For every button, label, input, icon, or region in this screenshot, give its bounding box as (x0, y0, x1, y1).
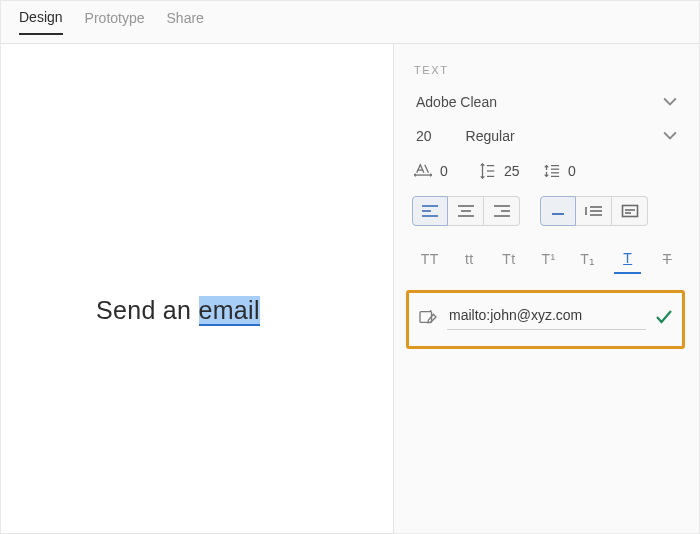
paragraph-spacing-icon (542, 162, 560, 180)
spacing-row: 0 25 0 (408, 158, 687, 196)
chevron-down-icon (663, 95, 677, 109)
paragraph-spacing-field[interactable]: 0 (542, 162, 590, 180)
letter-spacing-value: 0 (440, 163, 462, 179)
top-tab-bar: Design Prototype Share (1, 1, 699, 44)
canvas-text-prefix: Send an (96, 296, 199, 324)
tab-design[interactable]: Design (19, 9, 63, 35)
underline-button[interactable]: T (614, 244, 642, 274)
body: Send an email TEXT Adobe Clean 20 Regula… (1, 44, 699, 533)
svg-rect-1 (420, 311, 432, 322)
app-frame: Design Prototype Share Send an email TEX… (0, 0, 700, 534)
font-size-value[interactable]: 20 (416, 128, 432, 144)
font-family-value: Adobe Clean (416, 94, 497, 110)
hyperlink-edit-icon[interactable] (419, 309, 437, 325)
titlecase-button[interactable]: Tt (495, 245, 523, 273)
tab-prototype[interactable]: Prototype (85, 10, 145, 34)
text-align-group (412, 196, 520, 226)
check-icon[interactable] (656, 310, 672, 324)
line-height-icon (478, 162, 496, 180)
canvas-text-element[interactable]: Send an email (96, 296, 260, 325)
align-right-icon (493, 204, 511, 218)
alignment-row (408, 196, 687, 240)
font-weight-select[interactable]: Regular (466, 128, 677, 144)
lowercase-button[interactable]: tt (456, 245, 484, 273)
hyperlink-input[interactable] (447, 303, 646, 330)
font-size-weight-row: 20 Regular (408, 122, 687, 158)
text-options-group (540, 196, 648, 226)
font-family-row[interactable]: Adobe Clean (408, 90, 687, 122)
paragraph-spacing-value: 0 (568, 163, 590, 179)
frame-button[interactable] (612, 196, 648, 226)
strikethrough-button[interactable]: T (653, 245, 681, 273)
subscript-button[interactable]: T₁ (574, 245, 602, 273)
superscript-button[interactable]: T¹ (535, 245, 563, 273)
line-height-value: 25 (504, 163, 526, 179)
letter-spacing-field[interactable]: 0 (414, 162, 462, 180)
letter-spacing-icon (414, 162, 432, 180)
line-height-field[interactable]: 25 (478, 162, 526, 180)
align-left-button[interactable] (412, 196, 448, 226)
canvas[interactable]: Send an email (1, 44, 393, 533)
underline-style-button[interactable] (540, 196, 576, 226)
text-transform-row: TT tt Tt T¹ T₁ T T (408, 240, 687, 290)
indent-button[interactable] (576, 196, 612, 226)
align-left-icon (421, 204, 439, 218)
hyperlink-field-row (419, 303, 672, 330)
svg-rect-0 (622, 206, 637, 217)
tab-share[interactable]: Share (167, 10, 204, 34)
align-right-button[interactable] (484, 196, 520, 226)
canvas-text-selected[interactable]: email (199, 296, 260, 326)
hyperlink-highlight-box (406, 290, 685, 349)
frame-icon (621, 204, 639, 218)
align-center-icon (457, 204, 475, 218)
inspector-sidebar: TEXT Adobe Clean 20 Regular 0 (393, 44, 699, 533)
font-weight-value: Regular (466, 128, 515, 144)
indent-icon (585, 204, 603, 218)
underline-style-icon (549, 204, 567, 218)
uppercase-button[interactable]: TT (416, 245, 444, 273)
section-label-text: TEXT (408, 56, 687, 90)
align-center-button[interactable] (448, 196, 484, 226)
chevron-down-icon (663, 129, 677, 143)
